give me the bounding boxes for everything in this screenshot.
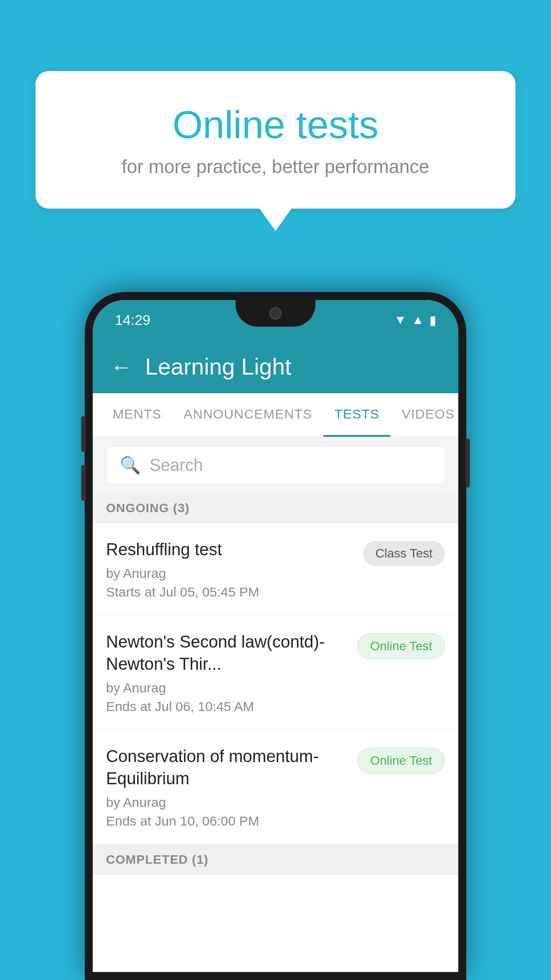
test-name-2: Newton's Second law(contd)-Newton's Thir… <box>106 631 348 675</box>
volume-button-up <box>81 416 86 452</box>
test-author-3: by Anurag <box>106 795 348 810</box>
test-badge-2: Online Test <box>357 633 445 659</box>
search-bar[interactable]: 🔍 Search <box>106 446 445 484</box>
volume-button-down <box>81 465 86 501</box>
test-time-value-2: Jul 06, 10:45 AM <box>155 699 254 714</box>
test-time-1: Starts at Jul 05, 05:45 PM <box>106 585 354 600</box>
test-author-1: by Anurag <box>106 566 354 581</box>
ongoing-section-header: ONGOING (3) <box>93 493 458 523</box>
completed-label: COMPLETED (1) <box>106 853 209 866</box>
ongoing-label: ONGOING (3) <box>106 501 189 515</box>
tab-tests[interactable]: TESTS <box>323 393 391 437</box>
signal-icon: ▲ <box>412 313 424 327</box>
tab-announcements[interactable]: ANNOUNCEMENTS <box>173 393 323 437</box>
test-item-1[interactable]: Reshuffling test by Anurag Starts at Jul… <box>93 523 458 616</box>
search-icon: 🔍 <box>120 455 141 475</box>
app-title: Learning Light <box>145 353 291 380</box>
phone-outer: 14:29 ▼ ▲ ▮ ← Learning Light MENTS ANNOU… <box>85 292 466 980</box>
test-item-3[interactable]: Conservation of momentum-Equilibrium by … <box>93 730 458 845</box>
back-button[interactable]: ← <box>110 355 132 379</box>
test-badge-3: Online Test <box>357 748 445 774</box>
test-time-label-3: Ends at <box>106 814 151 828</box>
test-time-label-1: Starts at <box>106 585 156 599</box>
test-name-1: Reshuffling test <box>106 539 354 561</box>
search-placeholder: Search <box>150 456 203 475</box>
test-time-2: Ends at Jul 06, 10:45 AM <box>106 699 348 714</box>
app-header: ← Learning Light <box>93 340 458 393</box>
tab-videos[interactable]: VIDEOS <box>390 393 458 437</box>
test-info-1: Reshuffling test by Anurag Starts at Jul… <box>106 539 363 600</box>
test-name-3: Conservation of momentum-Equilibrium <box>106 746 348 790</box>
bubble-title: Online tests <box>71 102 480 147</box>
test-time-3: Ends at Jun 10, 06:00 PM <box>106 814 348 829</box>
test-info-3: Conservation of momentum-Equilibrium by … <box>106 746 357 829</box>
completed-section-header: COMPLETED (1) <box>93 845 458 875</box>
test-info-2: Newton's Second law(contd)-Newton's Thir… <box>106 631 357 714</box>
status-icons: ▼ ▲ ▮ <box>394 313 436 328</box>
phone-screen: 14:29 ▼ ▲ ▮ ← Learning Light MENTS ANNOU… <box>93 300 458 972</box>
camera <box>269 307 282 320</box>
search-container: 🔍 Search <box>93 437 458 493</box>
speech-bubble-container: Online tests for more practice, better p… <box>35 71 516 209</box>
test-time-value-3: Jun 10, 06:00 PM <box>155 814 259 828</box>
tabs-bar: MENTS ANNOUNCEMENTS TESTS VIDEOS <box>93 393 458 437</box>
power-button <box>465 439 470 487</box>
status-bar: 14:29 ▼ ▲ ▮ <box>93 300 458 340</box>
speech-bubble: Online tests for more practice, better p… <box>35 71 516 209</box>
test-badge-1: Class Test <box>363 541 445 566</box>
notch <box>236 300 315 327</box>
tab-ments[interactable]: MENTS <box>102 393 173 437</box>
status-time: 14:29 <box>115 312 150 328</box>
test-author-2: by Anurag <box>106 680 348 695</box>
test-item-2[interactable]: Newton's Second law(contd)-Newton's Thir… <box>93 616 458 730</box>
bubble-subtitle: for more practice, better performance <box>71 156 480 178</box>
test-time-label-2: Ends at <box>106 699 151 714</box>
wifi-icon: ▼ <box>394 313 407 327</box>
phone-mockup: 14:29 ▼ ▲ ▮ ← Learning Light MENTS ANNOU… <box>85 292 466 980</box>
test-time-value-1: Jul 05, 05:45 PM <box>159 585 259 599</box>
battery-icon: ▮ <box>429 313 436 328</box>
